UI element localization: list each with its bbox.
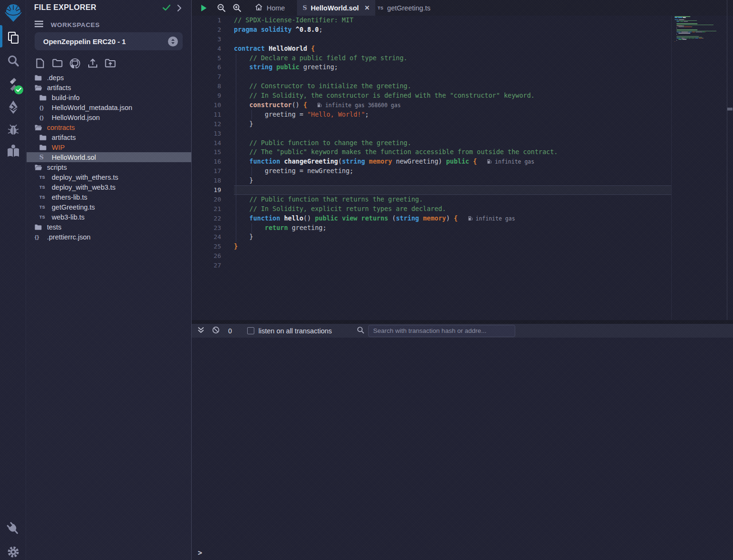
code-line-8[interactable]: // Constructor to initialize the greetin… <box>234 82 671 91</box>
tree-item-getgreeting-ts[interactable]: TSgetGreeting.ts <box>27 202 191 212</box>
code-line-17[interactable]: greeting = newGreeting; <box>234 166 671 176</box>
code-line-16[interactable]: function changeGreeting(string memory ne… <box>234 157 671 166</box>
tree-item--deps[interactable]: .deps <box>27 73 191 83</box>
line-number[interactable]: 4 <box>192 44 234 54</box>
code-line-6[interactable]: string public greeting; <box>234 63 671 72</box>
line-number[interactable]: 27 <box>192 261 234 270</box>
debugger-icon[interactable] <box>0 122 26 138</box>
tree-item-tests[interactable]: tests <box>27 222 191 232</box>
code-line-13[interactable] <box>234 129 671 138</box>
line-number[interactable]: 23 <box>192 223 234 233</box>
tab-getgreeting-ts[interactable]: TS getGreeting.ts <box>372 0 436 16</box>
line-number[interactable]: 5 <box>192 54 234 63</box>
terminal-resize-handle[interactable] <box>192 320 733 324</box>
tree-item-web3-lib-ts[interactable]: TSweb3-lib.ts <box>27 212 191 222</box>
tree-item-deploy-with-web3-ts[interactable]: TSdeploy_with_web3.ts <box>27 182 191 192</box>
tree-item-deploy-with-ethers-ts[interactable]: TSdeploy_with_ethers.ts <box>27 172 191 182</box>
line-number[interactable]: 8 <box>192 82 234 91</box>
tree-item-scripts[interactable]: scripts <box>27 162 191 172</box>
new-folder-icon[interactable] <box>52 57 63 69</box>
tree-item--prettierrc-json[interactable]: { }.prettierrc.json <box>27 232 191 242</box>
tree-item-wip[interactable]: WIP <box>27 142 191 152</box>
tree-item-helloworld-sol[interactable]: SHelloWorld.sol <box>27 152 191 162</box>
editor-scrollbar[interactable] <box>727 0 733 320</box>
code-line-19[interactable] <box>234 185 671 195</box>
code-line-22[interactable]: function hello() public view returns (st… <box>234 214 671 223</box>
line-number[interactable]: 6 <box>192 63 234 72</box>
settings-gear-icon[interactable] <box>0 544 26 560</box>
line-number[interactable]: 25 <box>192 242 234 251</box>
file-explorer-icon[interactable] <box>0 30 26 46</box>
learn-icon[interactable] <box>0 142 26 159</box>
code-line-23[interactable]: return greeting; <box>234 223 671 233</box>
line-number[interactable]: 9 <box>192 91 234 101</box>
close-tab-icon[interactable]: ✕ <box>364 4 370 11</box>
line-number[interactable]: 22 <box>192 214 234 223</box>
workspace-select[interactable]: OpenZeppelin ERC20 - 1 <box>35 32 183 50</box>
tab-home[interactable]: Home <box>249 0 291 16</box>
code-line-4[interactable]: contract HelloWorld { <box>234 44 671 54</box>
chevron-right-icon[interactable] <box>176 4 182 14</box>
tree-item-contracts[interactable]: contracts <box>27 122 191 132</box>
deploy-run-icon[interactable] <box>0 98 26 116</box>
tree-item-build-info[interactable]: build-info <box>27 92 191 102</box>
line-number[interactable]: 3 <box>192 35 234 44</box>
panel-resize-handle[interactable] <box>191 0 192 560</box>
editor-gutter[interactable]: 1234567891011121314151617181920212223242… <box>192 16 234 270</box>
code-line-7[interactable] <box>234 72 671 82</box>
terminal-output[interactable]: > <box>192 338 733 560</box>
code-line-1[interactable]: // SPDX-License-Identifier: MIT <box>234 16 671 25</box>
code-line-10[interactable]: constructor() { infinite gas 368600 gas <box>234 101 671 110</box>
code-line-2[interactable]: pragma solidity ^0.8.0; <box>234 25 671 35</box>
code-line-11[interactable]: greeting = "Hello, World!"; <box>234 110 671 119</box>
code-line-12[interactable]: } <box>234 119 671 129</box>
line-number[interactable]: 12 <box>192 119 234 129</box>
zoom-in-icon[interactable] <box>232 0 241 16</box>
minimap[interactable] <box>675 16 720 44</box>
code-line-18[interactable]: } <box>234 176 671 185</box>
terminal-search-input[interactable] <box>368 325 515 337</box>
search-icon[interactable] <box>0 54 26 69</box>
line-number[interactable]: 18 <box>192 176 234 185</box>
line-number[interactable]: 10 <box>192 101 234 110</box>
listen-transactions-checkbox[interactable] <box>247 327 254 334</box>
clone-github-icon[interactable] <box>69 57 81 69</box>
line-number[interactable]: 2 <box>192 25 234 35</box>
upload-folder-icon[interactable] <box>104 57 116 69</box>
line-number[interactable]: 15 <box>192 147 234 157</box>
code-line-15[interactable]: // The "public" keyword makes the functi… <box>234 147 671 157</box>
code-line-21[interactable]: // In Solidity, explicit return types ar… <box>234 204 671 214</box>
line-number[interactable]: 24 <box>192 232 234 242</box>
code-lines[interactable]: // SPDX-License-Identifier: MITpragma so… <box>234 16 671 270</box>
clear-console-icon[interactable] <box>212 326 220 336</box>
tree-item-artifacts[interactable]: artifacts <box>27 132 191 142</box>
code-line-25[interactable]: } <box>234 242 671 251</box>
hamburger-menu-icon[interactable] <box>34 20 44 29</box>
line-number[interactable]: 13 <box>192 129 234 138</box>
run-script-button[interactable] <box>200 0 208 16</box>
zoom-out-icon[interactable] <box>217 0 226 16</box>
new-file-icon[interactable] <box>34 57 46 69</box>
tree-item-ethers-lib-ts[interactable]: TSethers-lib.ts <box>27 192 191 202</box>
line-number[interactable]: 26 <box>192 251 234 261</box>
code-line-20[interactable]: // Public function that returns the gree… <box>234 195 671 204</box>
code-line-14[interactable]: // Public function to change the greetin… <box>234 138 671 148</box>
line-number[interactable]: 20 <box>192 195 234 204</box>
code-line-26[interactable] <box>234 251 671 261</box>
editor-scrollbar-thumb[interactable] <box>727 108 733 110</box>
line-number[interactable]: 11 <box>192 110 234 119</box>
tree-item-helloworld-json[interactable]: { }HelloWorld.json <box>27 112 191 122</box>
code-line-5[interactable]: // Declare a public field of type string… <box>234 54 671 63</box>
tree-item-artifacts[interactable]: artifacts <box>27 83 191 92</box>
line-number[interactable]: 16 <box>192 157 234 166</box>
expand-terminal-icon[interactable] <box>197 326 204 335</box>
line-number[interactable]: 17 <box>192 166 234 176</box>
line-number[interactable]: 14 <box>192 138 234 148</box>
remix-logo-icon[interactable] <box>0 1 26 26</box>
tab-helloworld-sol[interactable]: S HelloWorld.sol ✕ <box>297 0 375 16</box>
line-number[interactable]: 19 <box>192 185 234 195</box>
upload-file-icon[interactable] <box>87 57 98 69</box>
tree-item-helloworld-metadata-json[interactable]: { }HelloWorld_metadata.json <box>27 102 191 112</box>
code-line-24[interactable]: } <box>234 232 671 242</box>
line-number[interactable]: 1 <box>192 16 234 25</box>
